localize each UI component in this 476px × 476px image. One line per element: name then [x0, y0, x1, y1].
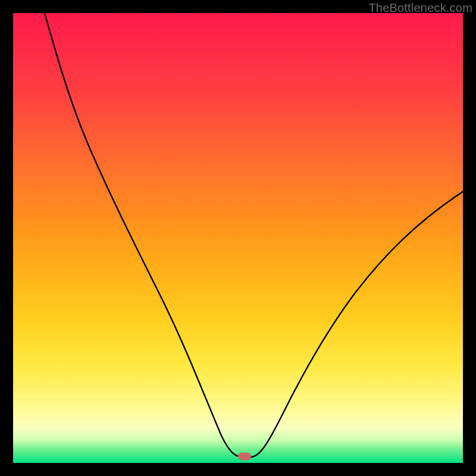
- optimum-marker: [238, 452, 251, 460]
- chart-frame: TheBottleneck.com: [0, 0, 476, 476]
- bottleneck-curve: [13, 13, 463, 463]
- watermark-text: TheBottleneck.com: [368, 1, 472, 15]
- plot-area: [13, 13, 463, 463]
- curve-path: [45, 13, 463, 457]
